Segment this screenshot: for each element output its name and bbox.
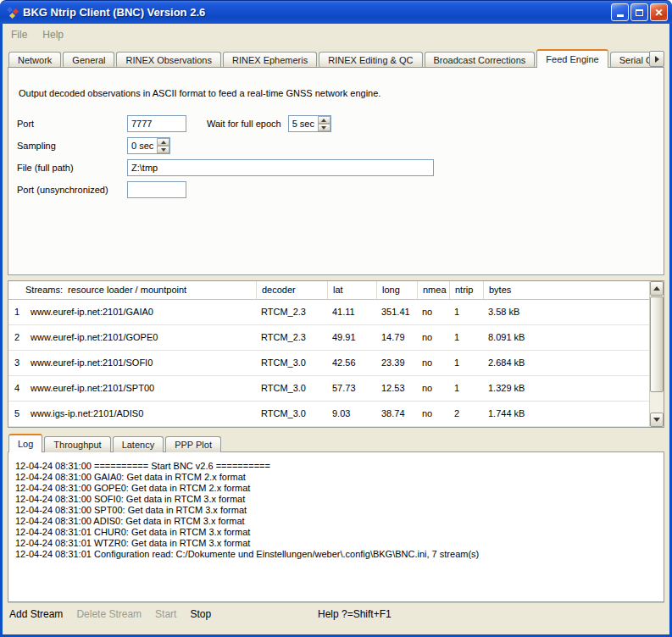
spin-up-button[interactable] xyxy=(157,138,169,146)
down-arrow-icon xyxy=(161,148,166,152)
tab-rinex-ephemeris[interactable]: RINEX Ephemeris xyxy=(223,52,317,68)
cell-mountpoint: www.euref-ip.net:2101/SPT00 xyxy=(25,376,256,401)
tab-rinex-observations[interactable]: RINEX Observations xyxy=(116,52,220,68)
port-unsynchronized-input[interactable] xyxy=(127,181,186,198)
log-line: 12-04-24 08:31:01 CHUR0: Get data in RTC… xyxy=(15,527,657,538)
menu-help[interactable]: Help xyxy=(42,29,64,41)
port-input[interactable] xyxy=(127,115,186,132)
cell-decoder: RTCM_3.0 xyxy=(256,376,327,401)
log-line: 12-04-24 08:31:00 GAIA0: Get data in RTC… xyxy=(15,472,657,483)
tab-feed-engine[interactable]: Feed Engine xyxy=(536,49,608,68)
col-decoder[interactable]: decoder xyxy=(256,281,327,299)
log-line: 12-04-24 08:31:00 SPT00: Get data in RTC… xyxy=(15,505,657,516)
tab-network[interactable]: Network xyxy=(8,52,61,68)
table-row[interactable]: 1 www.euref-ip.net:2101/GAIA0 RTCM_2.3 4… xyxy=(8,300,649,325)
tab-rinex-editing-qc[interactable]: RINEX Editing & QC xyxy=(319,52,422,68)
cell-lat: 57.73 xyxy=(327,376,376,401)
port-unsynchronized-label: Port (unsynchronized) xyxy=(17,185,127,195)
tab-general[interactable]: General xyxy=(63,52,114,68)
col-nmea[interactable]: nmea xyxy=(417,281,449,299)
bottom-toolbar: Add Stream Delete Stream Start Stop Help… xyxy=(8,602,664,625)
cell-bytes: 1.329 kB xyxy=(483,376,649,401)
table-row[interactable]: 2 www.euref-ip.net:2101/GOPE0 RTCM_2.3 4… xyxy=(8,325,649,351)
feed-engine-panel: Output decoded observations in ASCII for… xyxy=(8,67,664,275)
cell-nmea: no xyxy=(417,376,449,401)
log-tabbar: Log Throughput Latency PPP Plot xyxy=(8,435,664,452)
scroll-track[interactable] xyxy=(650,296,664,413)
menubar: File Help xyxy=(8,24,664,46)
file-path-row: File (full path) xyxy=(17,159,655,176)
tab-ppp-plot[interactable]: PPP Plot xyxy=(165,436,221,452)
window-body: File Help Network General RINEX Observat… xyxy=(0,24,672,637)
tab-throughput[interactable]: Throughput xyxy=(44,436,110,452)
port-unsynchronized-row: Port (unsynchronized) xyxy=(17,181,655,198)
cell-bytes: 3.58 kB xyxy=(483,300,649,324)
col-streams-mountpoint[interactable]: Streams: resource loader / mountpoint xyxy=(8,281,256,299)
tab-latency[interactable]: Latency xyxy=(113,436,164,452)
minimize-button[interactable] xyxy=(611,3,629,21)
add-stream-button[interactable]: Add Stream xyxy=(9,608,63,620)
cell-mountpoint: www.igs-ip.net:2101/ADIS0 xyxy=(25,402,256,426)
scroll-thumb[interactable] xyxy=(650,296,664,392)
cell-nmea: no xyxy=(417,300,449,324)
log-line: 12-04-24 08:31:00 ADIS0: Get data in RTC… xyxy=(15,516,657,527)
cell-row-number: 2 xyxy=(8,325,25,350)
cell-decoder: RTCM_2.3 xyxy=(256,325,327,350)
table-row[interactable]: 5 www.igs-ip.net:2101/ADIS0 RTCM_3.0 9.0… xyxy=(8,402,649,427)
table-scrollbar[interactable] xyxy=(649,281,664,427)
window-controls: ✕ xyxy=(611,3,668,21)
app-icon[interactable] xyxy=(6,6,19,19)
help-shortcut-label: Help ?=Shift+F1 xyxy=(318,608,392,620)
file-path-input[interactable] xyxy=(127,159,434,176)
menu-file[interactable]: File xyxy=(11,29,27,41)
spin-down-button[interactable] xyxy=(318,124,330,131)
cell-nmea: no xyxy=(417,351,449,375)
col-long[interactable]: long xyxy=(376,281,417,299)
cell-lat: 49.91 xyxy=(327,325,376,350)
port-label: Port xyxy=(17,119,127,129)
spin-up-button[interactable] xyxy=(318,116,330,124)
tab-log[interactable]: Log xyxy=(8,434,42,452)
col-bytes[interactable]: bytes xyxy=(483,281,649,299)
streams-table-header: Streams: resource loader / mountpoint de… xyxy=(8,281,649,300)
cell-long: 14.79 xyxy=(376,325,417,350)
table-row[interactable]: 3 www.euref-ip.net:2101/SOFI0 RTCM_3.0 4… xyxy=(8,351,649,376)
cell-ntrip: 1 xyxy=(449,300,483,324)
tab-scroll-right-button[interactable] xyxy=(649,51,664,67)
log-line: 12-04-24 08:31:00 SOFI0: Get data in RTC… xyxy=(15,494,657,505)
cell-lat: 9.03 xyxy=(327,402,376,426)
sampling-spin-buttons xyxy=(157,138,169,153)
maximize-button[interactable] xyxy=(630,3,648,21)
spin-down-button[interactable] xyxy=(157,146,169,153)
panel-description: Output decoded observations in ASCII for… xyxy=(19,88,655,98)
window-title: BKG Ntrip Client (BNC) Version 2.6 xyxy=(23,6,611,19)
maximize-icon xyxy=(636,9,643,16)
cell-ntrip: 1 xyxy=(449,351,483,375)
titlebar[interactable]: BKG Ntrip Client (BNC) Version 2.6 ✕ xyxy=(0,0,672,24)
cell-ntrip: 2 xyxy=(449,402,483,426)
log-panel: 12-04-24 08:31:00 ========== Start BNC v… xyxy=(8,451,664,602)
cell-decoder: RTCM_2.3 xyxy=(256,300,327,324)
down-arrow-icon xyxy=(321,126,326,130)
wait-epoch-spin-buttons xyxy=(318,116,330,131)
sampling-spinbox[interactable]: 0 sec xyxy=(127,137,170,154)
wait-epoch-spinbox[interactable]: 5 sec xyxy=(288,115,331,132)
stop-button[interactable]: Stop xyxy=(190,608,211,620)
start-button[interactable]: Start xyxy=(155,608,176,620)
tab-broadcast-corrections[interactable]: Broadcast Corrections xyxy=(425,52,536,68)
close-button[interactable]: ✕ xyxy=(650,3,668,21)
delete-stream-button[interactable]: Delete Stream xyxy=(76,608,142,620)
up-arrow-icon xyxy=(321,119,326,122)
col-ntrip[interactable]: ntrip xyxy=(449,281,483,299)
cell-row-number: 4 xyxy=(8,376,25,401)
cell-mountpoint: www.euref-ip.net:2101/GOPE0 xyxy=(25,325,256,350)
table-row[interactable]: 4 www.euref-ip.net:2101/SPT00 RTCM_3.0 5… xyxy=(8,376,649,402)
col-lat[interactable]: lat xyxy=(327,281,376,299)
scroll-down-button[interactable] xyxy=(650,413,664,427)
main-tabbar: Network General RINEX Observations RINEX… xyxy=(8,49,664,68)
app-window: BKG Ntrip Client (BNC) Version 2.6 ✕ Fil… xyxy=(0,0,672,637)
cell-row-number: 5 xyxy=(8,402,25,426)
cell-nmea: no xyxy=(417,402,449,426)
streams-table: Streams: resource loader / mountpoint de… xyxy=(8,280,664,428)
scroll-up-button[interactable] xyxy=(650,281,664,296)
